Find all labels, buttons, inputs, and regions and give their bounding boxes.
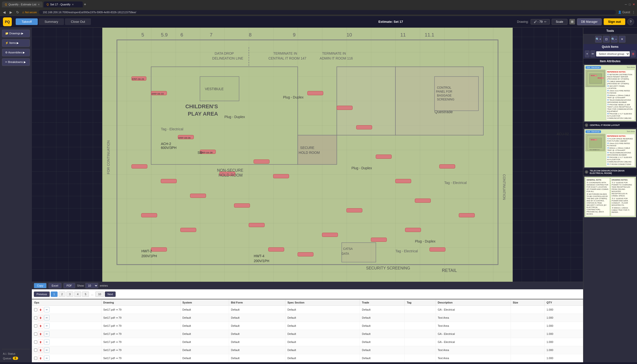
edit-row-6[interactable]: ✏: [44, 356, 50, 361]
left-sidebar: 📁 Drawings ▶ ⚡ Items ▶ ⚙ Assemblies ▶ ✂ …: [0, 28, 32, 362]
system-cell-5: Default: [180, 346, 229, 354]
zoom-fit-tool[interactable]: ⊡: [603, 36, 610, 42]
svg-text:NON-SECURE: NON-SECURE: [217, 168, 243, 172]
row-checkbox-0[interactable]: [34, 308, 37, 311]
page-10-button[interactable]: 10: [95, 292, 104, 297]
browser-tab-1[interactable]: Q Quantify - Estimate List ✕: [2, 2, 43, 7]
drawing-cell-3: Set17.pdf ⇒ 79: [101, 330, 180, 338]
shortcut-group-select[interactable]: Select shortcut group: [596, 51, 630, 56]
back-button[interactable]: ◀: [2, 10, 6, 15]
clear-tool[interactable]: ✕: [618, 36, 626, 42]
drawing-canvas[interactable]: 5 5.9 6 7 8 9 10 11 11.1 CHILDREN'S PLAY…: [32, 28, 583, 282]
col-spec-section: Spec Section: [286, 300, 360, 306]
delete-row-1[interactable]: 🗑: [38, 315, 43, 320]
svg-rect-58: [141, 213, 157, 217]
svg-text:ERP-04-38: ERP-04-38: [200, 151, 213, 154]
browser-tab-2[interactable]: Q Set 17 - Quantify ✕: [44, 2, 83, 7]
preview-panel-3: GENERAL NOTE: ① COORDINATE WITH SIGNAGE …: [584, 176, 636, 217]
show-count-select[interactable]: 10 25 50 100: [85, 283, 98, 288]
help-button[interactable]: ?: [627, 18, 634, 25]
row-checkbox-4[interactable]: [34, 340, 37, 344]
svg-text:CHILDREN'S: CHILDREN'S: [185, 103, 218, 110]
edit-row-3[interactable]: ✏: [44, 331, 50, 336]
profile-icon[interactable]: 👤 Guest: [618, 10, 630, 14]
qty-cell-1: 1.000: [544, 314, 583, 322]
forward-button[interactable]: ▶: [8, 10, 13, 15]
edit-drawing-icon[interactable]: ✏: [544, 20, 546, 24]
tab-summary[interactable]: Summary: [39, 18, 64, 25]
excel-button[interactable]: Excel: [48, 283, 62, 288]
svg-rect-40: [337, 106, 352, 110]
row-checkbox-3[interactable]: [34, 332, 37, 336]
page-4-button[interactable]: 4: [74, 292, 81, 297]
app-header: PQ Takeoff Summary Close Out Estimate: S…: [0, 16, 637, 28]
preview-2-svg: ERP-06-45 TELECOM MAIN ELEC.: [586, 134, 606, 152]
menu-icon[interactable]: ⋮: [632, 10, 635, 14]
spec-section-cell-3: Default: [286, 330, 360, 338]
delete-quick-item-button[interactable]: 🗑: [631, 50, 636, 57]
delete-row-2[interactable]: 🗑: [38, 323, 43, 328]
page-3-button[interactable]: 3: [66, 292, 73, 297]
bid-form-cell-3: Default: [229, 330, 286, 338]
delete-row-6[interactable]: 🗑: [38, 356, 43, 361]
edit-row-0[interactable]: ✏: [44, 307, 50, 312]
svg-rect-51: [322, 233, 338, 237]
edit-row-4[interactable]: ✏: [44, 339, 50, 345]
reload-button[interactable]: ↻: [15, 10, 20, 15]
page-1-button[interactable]: 1: [51, 292, 58, 297]
svg-rect-15: [298, 135, 337, 164]
bid-form-cell-5: Default: [229, 346, 286, 354]
col-system: System: [180, 300, 229, 306]
row-checkbox-2[interactable]: [34, 324, 37, 328]
app-logo[interactable]: PQ: [3, 18, 12, 26]
minimize-icon[interactable]: ─: [625, 3, 627, 6]
zoom-out-tool[interactable]: 🔍−: [611, 36, 618, 42]
tab-takeoff[interactable]: Takeoff: [16, 18, 38, 25]
page-2-button[interactable]: 2: [58, 292, 66, 297]
bid-form-cell-6: Default: [229, 354, 286, 362]
drawings-button[interactable]: 📁 Drawings ▶: [2, 30, 30, 37]
row-checkbox-1[interactable]: [34, 316, 37, 320]
row-checkbox-6[interactable]: [34, 357, 37, 360]
preview-2-badge: GA - Electrical: [586, 130, 601, 133]
pdf-button[interactable]: PDF: [64, 283, 75, 288]
tab-2-close[interactable]: ✕: [72, 3, 74, 6]
db-manager-button[interactable]: DB Manager: [577, 18, 602, 25]
zoom-in-tool[interactable]: 🔍+: [595, 36, 602, 42]
new-tab-button[interactable]: +: [84, 2, 86, 6]
delete-row-5[interactable]: 🗑: [38, 347, 43, 353]
drawing-notes-section: DRAWING NOTES: ① 2" SLEEVE FOR POWER TO …: [611, 178, 635, 216]
next-button[interactable]: Next: [105, 292, 116, 297]
row-checkbox-5[interactable]: [34, 348, 37, 352]
bottom-toolbar: Copy Excel PDF Show 10 25 50 100 entries: [32, 282, 583, 289]
previous-button[interactable]: Previous: [34, 292, 50, 297]
delete-row-4[interactable]: 🗑: [38, 339, 43, 345]
close-browser-icon[interactable]: ✕: [632, 3, 635, 6]
delete-row-0[interactable]: 🗑: [38, 307, 43, 312]
tab-closeout[interactable]: Close Out: [65, 18, 91, 25]
tab-1-close[interactable]: ✕: [38, 3, 40, 6]
delete-row-3[interactable]: 🗑: [38, 331, 43, 336]
edit-row-1[interactable]: ✏: [44, 315, 50, 320]
add-quick-item-button[interactable]: +: [585, 50, 590, 57]
assemblies-button[interactable]: ⚙ Assemblies ▶: [2, 49, 30, 56]
page-5-button[interactable]: 5: [82, 292, 89, 297]
copy-button[interactable]: Copy: [34, 283, 46, 288]
maximize-icon[interactable]: □: [629, 3, 631, 6]
scale-button[interactable]: Scale: [552, 19, 568, 25]
address-input[interactable]: [39, 10, 616, 14]
svg-text:DELINEATION LINE: DELINEATION LINE: [212, 56, 243, 60]
size-cell-3: [510, 330, 544, 338]
ops-cell-0: 🗑 ✏: [32, 306, 102, 314]
edit-row-2[interactable]: ✏: [44, 323, 50, 328]
spec-section-cell-1: Default: [286, 314, 360, 322]
sign-out-button[interactable]: Sign out: [604, 18, 625, 25]
ops-cell-4: 🗑 ✏: [32, 338, 102, 346]
items-button[interactable]: ⚡ Items ▶: [2, 39, 30, 47]
edit-quick-item-button[interactable]: ✏: [590, 50, 595, 57]
col-trade: Trade: [360, 300, 405, 306]
breakdowns-button[interactable]: ✂ Breakdowns ▶: [2, 58, 30, 66]
svg-text:Plug - Duplex: Plug - Duplex: [283, 95, 304, 99]
scale-icon-button[interactable]: ⊞: [570, 19, 575, 24]
edit-row-5[interactable]: ✏: [44, 347, 50, 353]
